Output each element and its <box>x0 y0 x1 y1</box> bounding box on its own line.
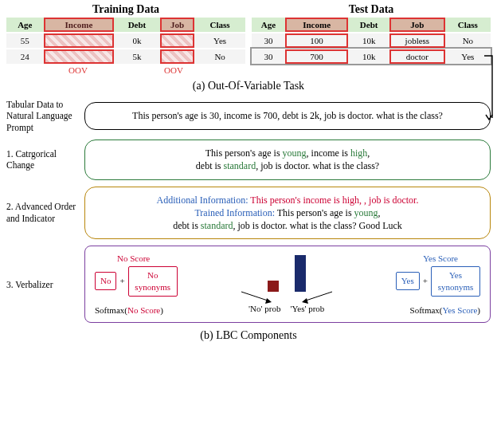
training-table: Age Income Debt Job Class 55 0k Yes 24 5… <box>6 18 245 64</box>
hatch-icon <box>389 49 445 64</box>
yes-box: Yes <box>396 272 420 290</box>
no-prob-label: 'No' prob <box>248 303 280 315</box>
hatch-icon <box>285 49 349 64</box>
train-h-income: Income <box>44 18 115 33</box>
test-h-income: Income <box>285 18 349 33</box>
hatch-icon <box>160 33 195 48</box>
test-h-age: Age <box>252 18 285 33</box>
step1-label: 1. Catrgorical Change <box>6 148 80 171</box>
table-row: 30 100 10k jobless No <box>252 33 491 49</box>
plus-icon: + <box>119 275 124 287</box>
yes-score-title: Yes Score <box>423 253 458 265</box>
categorical-bubble: This person's age is young, income is hi… <box>84 140 491 179</box>
plus-icon: + <box>423 275 428 287</box>
test-h-class: Class <box>445 18 491 33</box>
table-row: 55 0k Yes <box>6 33 245 49</box>
advanced-bubble: Additional Information: This person's in… <box>84 187 491 240</box>
test-title: Test Data <box>252 3 491 16</box>
train-h-class: Class <box>194 18 245 33</box>
training-title: Training Data <box>6 3 245 16</box>
caption-a: (a) Out-Of-Variable Task <box>6 80 491 92</box>
hatch-icon <box>160 49 195 64</box>
test-table: Age Income Debt Job Class 30 100 10k job… <box>252 18 491 64</box>
test-h-job: Job <box>389 18 445 33</box>
train-h-job: Job <box>160 18 195 33</box>
test-h-debt: Debt <box>348 18 389 33</box>
yes-syn-box: Yes synonyms <box>431 266 480 297</box>
svg-line-0 <box>241 292 270 301</box>
hatch-icon <box>389 33 445 48</box>
step2-label: 2. Advanced Order and Indicator <box>6 201 80 224</box>
table-row: 24 5k No <box>6 49 245 64</box>
yes-prob-label: 'Yes' prob <box>290 303 324 315</box>
train-h-debt: Debt <box>114 18 160 33</box>
step0-label: Tabular Data to Natural Language Prompt <box>6 99 80 133</box>
no-syn-box: No synonyms <box>128 266 178 297</box>
table-row: 30 700 10k doctor Yes <box>252 49 491 64</box>
probability-bars <box>268 253 306 292</box>
bar-yes <box>295 255 306 292</box>
hatch-icon <box>44 33 115 48</box>
softmax-no: Softmax(No Score) <box>95 305 163 316</box>
train-h-age: Age <box>6 18 44 33</box>
softmax-yes: Softmax(Yes Score) <box>410 305 480 316</box>
hatch-icon <box>285 33 349 48</box>
hatch-icon <box>44 49 115 64</box>
prompt-bubble: This person's age is 30, income is 700, … <box>84 102 491 129</box>
oov-box-icon <box>44 18 115 32</box>
connector-arrow-icon <box>483 56 494 120</box>
svg-line-1 <box>303 292 332 301</box>
oov-box-icon <box>160 18 195 32</box>
step3-label: 3. Verbalizer <box>6 279 80 290</box>
caption-b: (b) LBC Components <box>6 329 491 342</box>
verbalizer-box: No Score No + No synonyms Softmax(No Sco… <box>84 246 491 323</box>
bar-no <box>268 281 279 292</box>
oov-label: OOV <box>54 65 102 75</box>
no-score-title: No Score <box>117 253 150 265</box>
oov-label: OOV <box>150 65 198 75</box>
no-box: No <box>95 272 116 290</box>
